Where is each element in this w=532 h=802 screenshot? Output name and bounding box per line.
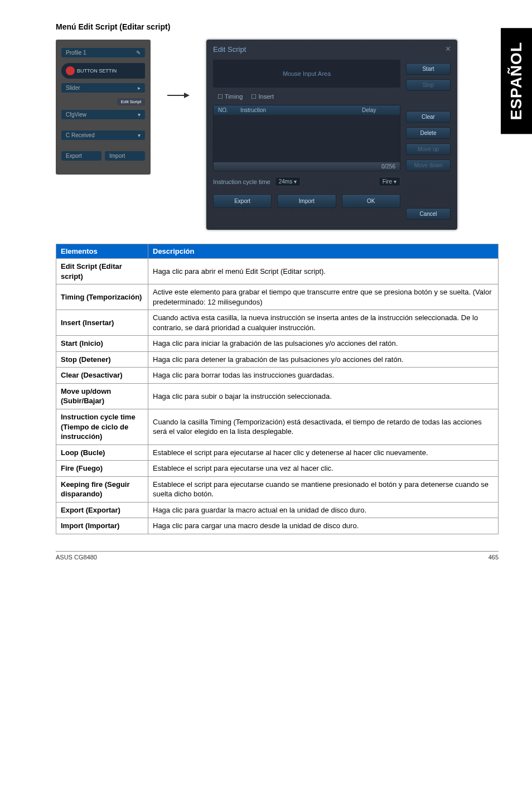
row-desc: Haga clic para subir o bajar la instrucc… <box>148 383 499 409</box>
pencil-icon: ✎ <box>136 50 141 56</box>
import-button[interactable]: Import <box>277 194 336 208</box>
cancel-button[interactable]: Cancel <box>406 208 451 220</box>
creceived-row[interactable]: C Received▾ <box>61 131 145 140</box>
move-up-button[interactable]: Move up <box>406 143 451 155</box>
table-row: Import (Importar)Haga clic para cargar u… <box>56 518 499 534</box>
cycle-time-select[interactable]: 24ms ▾ <box>275 177 301 186</box>
table-row: Export (Exportar)Haga clic para guardar … <box>56 502 499 518</box>
row-label: Instruction cycle time (Tiempo de ciclo … <box>56 409 148 445</box>
brand-label: BUTTON SETTIN <box>77 68 117 74</box>
import-btn-left[interactable]: Import <box>105 151 145 161</box>
table-row: Move up/down (Subir/Bajar)Haga clic para… <box>56 383 499 409</box>
description-table: Elementos Descripción Edit Script (Edita… <box>56 244 499 534</box>
table-row: Clear (Desactivar)Haga clic para borrar … <box>56 368 499 384</box>
footer-model: ASUS CG8480 <box>56 554 97 561</box>
clear-button[interactable]: Clear <box>406 111 451 123</box>
row-label: Start (Inicio) <box>56 336 148 352</box>
col-instruction: Instruction <box>240 107 362 113</box>
edit-script-entry[interactable]: Edit Script <box>117 98 145 105</box>
row-label: Export (Exportar) <box>56 502 148 518</box>
row-label: Edit Script (Editar script) <box>56 259 148 284</box>
row-desc: Cuando activa esta casilla, la nueva ins… <box>148 310 499 336</box>
profile-label: Profile 1 <box>66 50 86 56</box>
stop-button[interactable]: Stop <box>406 79 451 91</box>
table-body: Edit Script (Editar script)Haga clic par… <box>56 259 499 534</box>
arrow-indicator <box>167 93 190 98</box>
row-desc: Haga clic para guardar la macro actual e… <box>148 502 499 518</box>
insert-checkbox[interactable]: Insert <box>251 93 274 100</box>
row-label: Keeping fire (Seguir disparando) <box>56 476 148 502</box>
brand-badge: BUTTON SETTIN <box>61 63 145 79</box>
delete-button[interactable]: Delete <box>406 127 451 139</box>
page-footer: ASUS CG8480 465 <box>56 551 499 561</box>
list-body[interactable] <box>214 115 400 162</box>
edit-script-dialog: Edit Script × Mouse Input Area Timing In… <box>206 40 457 230</box>
row-desc: Haga clic para borrar todas las instrucc… <box>148 368 499 384</box>
row-desc: Cuando la casilla Timing (Temporización)… <box>148 409 499 445</box>
row-label: Insert (Insertar) <box>56 310 148 336</box>
row-label: Timing (Temporización) <box>56 284 148 310</box>
mouse-input-area[interactable]: Mouse Input Area <box>213 60 400 88</box>
col-header-elementos: Elementos <box>56 244 148 259</box>
col-no: NO. <box>218 107 240 113</box>
col-delay: Delay <box>362 107 395 113</box>
table-row: Insert (Insertar)Cuando activa esta casi… <box>56 310 499 336</box>
table-row: Keeping fire (Seguir disparando)Establec… <box>56 476 499 502</box>
row-desc: Haga clic para abrir el menú Edit Script… <box>148 259 499 284</box>
timing-checkbox[interactable]: Timing <box>217 93 243 100</box>
row-desc: Active este elemento para grabar el tiem… <box>148 284 499 310</box>
cfg-row[interactable]: CfgView▾ <box>61 110 145 119</box>
cycle-label: Instruction cycle time <box>213 178 270 185</box>
row-desc: Haga clic para iniciar la grabación de l… <box>148 336 499 352</box>
table-row: Loop (Bucle)Establece el script para eje… <box>56 445 499 461</box>
row-label: Move up/down (Subir/Bajar) <box>56 383 148 409</box>
export-btn-left[interactable]: Export <box>61 151 101 161</box>
section-title: Menú Edit Script (Editar script) <box>56 22 499 31</box>
move-down-button[interactable]: Move down <box>406 160 451 171</box>
fire-mode-select[interactable]: Fire ▾ <box>379 177 400 186</box>
start-button[interactable]: Start <box>406 63 451 75</box>
list-counter: 0/256 <box>214 162 400 171</box>
chevron-down-icon: ▾ <box>294 178 297 185</box>
profile-dropdown[interactable]: Profile 1 ✎ <box>61 48 145 57</box>
row-label: Import (Importar) <box>56 518 148 534</box>
chevron-down-icon: ▾ <box>394 178 396 185</box>
table-row: Start (Inicio)Haga clic para iniciar la … <box>56 336 499 352</box>
row-desc: Establece el script para ejecutarse al h… <box>148 445 499 461</box>
table-row: Stop (Detener)Haga clic para detener la … <box>56 351 499 368</box>
table-row: Timing (Temporización)Active este elemen… <box>56 284 499 310</box>
table-row: Fire (Fuego)Establece el script para eje… <box>56 461 499 477</box>
language-tab: ESPAÑOL <box>501 28 532 134</box>
dialog-title-text: Edit Script <box>213 45 246 54</box>
instruction-list: NO. Instruction Delay 0/256 <box>213 105 400 171</box>
row-label: Stop (Detener) <box>56 351 148 368</box>
col-header-descripcion: Descripción <box>148 244 499 259</box>
row-desc: Haga clic para cargar una macro desde la… <box>148 518 499 534</box>
export-button[interactable]: Export <box>213 194 272 208</box>
row-label: Clear (Desactivar) <box>56 368 148 384</box>
close-icon[interactable]: × <box>446 44 451 54</box>
ok-button[interactable]: OK <box>342 194 400 208</box>
row-label: Fire (Fuego) <box>56 461 148 477</box>
row-desc: Haga clic para detener la grabación de l… <box>148 351 499 368</box>
row-desc: Establece el script para ejecutarse cuan… <box>148 476 499 502</box>
settings-left-panel: Profile 1 ✎ BUTTON SETTIN Slider▸ Edit S… <box>56 40 151 175</box>
slider-row[interactable]: Slider▸ <box>61 83 145 93</box>
row-desc: Establece el script para ejecutarse una … <box>148 461 499 477</box>
row-label: Loop (Bucle) <box>56 445 148 461</box>
footer-page-number: 465 <box>489 554 499 561</box>
screenshot-region: Profile 1 ✎ BUTTON SETTIN Slider▸ Edit S… <box>56 40 499 230</box>
table-row: Edit Script (Editar script)Haga clic par… <box>56 259 499 284</box>
table-row: Instruction cycle time (Tiempo de ciclo … <box>56 409 499 445</box>
